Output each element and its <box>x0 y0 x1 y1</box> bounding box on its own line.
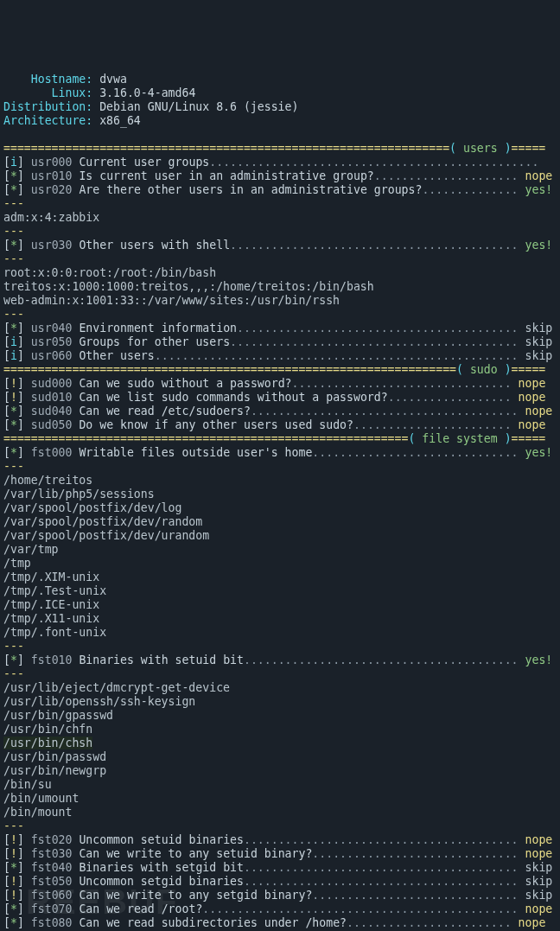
adm-group-entry: adm:x:4:zabbix <box>3 211 99 224</box>
setuid-path: /bin/su <box>3 778 52 791</box>
writable-path: /var/tmp <box>3 543 59 556</box>
check-usr010: [*] usr010 Is current user in an adminis… <box>3 169 552 182</box>
setuid-path: /usr/bin/newgrp <box>3 764 106 777</box>
check-fst030: [!] fst030 Can we write to any setuid bi… <box>3 847 552 860</box>
check-fst040: [*] fst040 Binaries with setgid bit.....… <box>3 861 552 874</box>
section-divider-sudo: ========================================… <box>3 363 545 376</box>
setuid-path: /usr/bin/gpasswd <box>3 709 113 722</box>
writable-path: /home/treitos <box>3 474 92 487</box>
check-fst000: [*] fst000 Writable files outside user's… <box>3 446 552 459</box>
hostname-label: Hostname: <box>3 73 92 86</box>
setuid-path-highlighted: /usr/bin/chsh <box>3 737 92 749</box>
setuid-path: /usr/bin/passwd <box>3 750 106 763</box>
passwd-entry: treitos:x:1000:1000:treitos,,,:/home/tre… <box>3 280 374 293</box>
architecture-value: x86_64 <box>99 114 141 127</box>
check-usr030: [*] usr030 Other users with shell.......… <box>3 239 552 252</box>
dash-sep: --- <box>3 308 24 321</box>
check-fst020: [!] fst020 Uncommon setuid binaries.....… <box>3 833 552 846</box>
writable-path: /var/lib/php5/sessions <box>3 488 155 501</box>
dash-sep: --- <box>3 640 24 653</box>
dash-sep: --- <box>3 197 24 210</box>
distribution-label: Distribution: <box>3 100 92 114</box>
check-sud010: [!] sud010 Can we list sudo commands wit… <box>3 391 545 404</box>
check-usr020: [*] usr020 Are there other users in an a… <box>3 183 552 196</box>
architecture-label: Architecture: <box>3 114 92 128</box>
check-fst080: [*] fst080 Can we read subdirectories un… <box>3 916 545 929</box>
check-fst010: [*] fst010 Binaries with setuid bit.....… <box>3 654 552 666</box>
check-fst060: [!] fst060 Can we write to any setgid bi… <box>3 889 552 902</box>
setuid-path: /usr/lib/eject/dmcrypt-get-device <box>3 681 230 694</box>
dash-sep: --- <box>3 667 24 680</box>
hostname-value: dvwa <box>99 73 127 86</box>
writable-path: /var/spool/postfix/dev/random <box>3 515 202 528</box>
dash-sep: --- <box>3 460 24 473</box>
writable-path: /tmp/.XIM-unix <box>3 571 99 583</box>
setuid-path: /usr/lib/openssh/ssh-keysign <box>3 695 195 708</box>
writable-path: /tmp/.ICE-unix <box>3 598 99 611</box>
writable-path: /tmp/.X11-unix <box>3 612 99 625</box>
setuid-path: /usr/bin/chfn <box>3 723 92 736</box>
writable-path: /tmp <box>3 557 31 570</box>
check-usr050: [i] usr050 Groups for other users.......… <box>3 335 552 348</box>
check-usr060: [i] usr060 Other users..................… <box>3 349 552 362</box>
check-fst050: [!] fst050 Uncommon setgid binaries.....… <box>3 875 552 888</box>
writable-path: /var/spool/postfix/dev/urandom <box>3 529 209 542</box>
check-sud050: [*] sud050 Do we know if any other users… <box>3 418 545 431</box>
linux-value: 3.16.0-4-amd64 <box>99 86 195 99</box>
writable-path: /tmp/.Test-unix <box>3 584 106 597</box>
section-divider-users: ========================================… <box>3 142 545 155</box>
passwd-entry: root:x:0:0:root:/root:/bin/bash <box>3 266 216 279</box>
writable-path: /var/spool/postfix/dev/log <box>3 501 181 514</box>
terminal-output: Hostname: dvwa Linux: 3.16.0-4-amd64 Dis… <box>3 59 560 931</box>
check-usr040: [*] usr040 Environment information......… <box>3 322 552 335</box>
setuid-path: /bin/umount <box>3 792 79 805</box>
check-usr000: [i] usr000 Current user groups..........… <box>3 156 538 169</box>
check-fst070: [*] fst070 Can we read /root?...........… <box>3 902 552 915</box>
dash-sep: --- <box>3 252 24 265</box>
passwd-entry: web-admin:x:1001:33::/var/www/sites:/usr… <box>3 294 340 307</box>
distribution-value: Debian GNU/Linux 8.6 (jessie) <box>99 100 298 113</box>
linux-label: Linux: <box>3 86 92 100</box>
section-divider-filesystem: ========================================… <box>3 432 545 445</box>
dash-sep: --- <box>3 819 24 832</box>
dash-sep: --- <box>3 225 24 238</box>
writable-path: /tmp/.font-unix <box>3 626 106 639</box>
check-sud000: [!] sud000 Can we sudo without a passwor… <box>3 377 545 390</box>
check-sud040: [*] sud040 Can we read /etc/sudoers?....… <box>3 405 552 418</box>
setuid-path: /bin/mount <box>3 806 72 819</box>
